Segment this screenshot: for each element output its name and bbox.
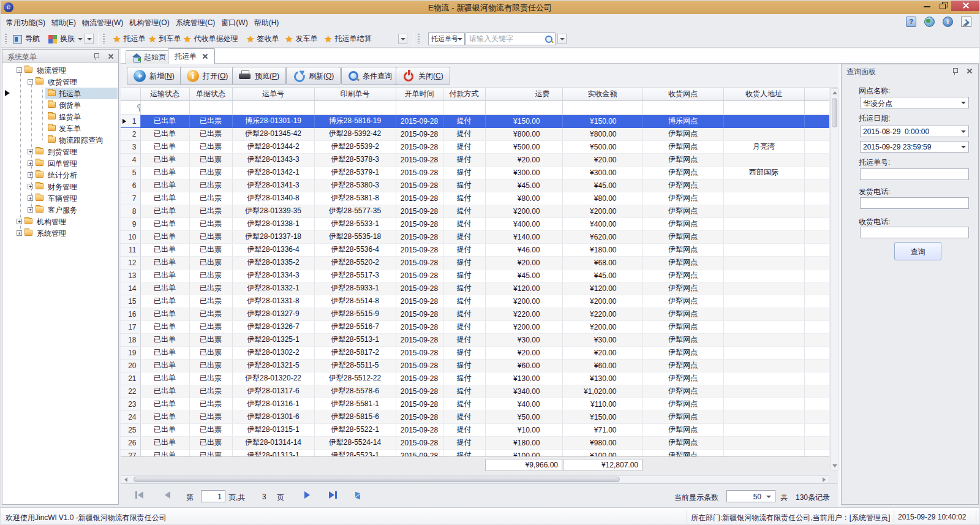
page-size-combo[interactable]: 50 <box>726 490 775 502</box>
filter-cell[interactable] <box>121 100 140 115</box>
sign-icon[interactable] <box>961 17 971 27</box>
search-dropdown-button[interactable] <box>557 34 567 44</box>
scroll-left-icon[interactable] <box>124 477 127 482</box>
filter-cell[interactable] <box>643 100 723 115</box>
next-page-button[interactable] <box>304 491 310 500</box>
collapse-icon[interactable]: - <box>28 79 33 85</box>
skin-button[interactable]: 换肤 <box>45 32 86 46</box>
menu-item-5[interactable]: 窗口(W) <box>218 14 251 30</box>
favorite-3[interactable]: ★签收单 <box>246 32 279 46</box>
table-row[interactable]: 11已出单已出票伊犁28-01336-4伊犁28-5536-42015-09-2… <box>121 243 829 256</box>
sidebar-item-物流管理[interactable]: -物流管理 <box>2 64 118 76</box>
expand-icon[interactable]: + <box>28 207 33 213</box>
tab-waybill[interactable]: 托运单 <box>168 48 215 64</box>
sidebar-item-物流跟踪查询[interactable]: 物流跟踪查询 <box>2 134 118 146</box>
date-to-combo[interactable]: 2015-09-29 23:59:59 <box>860 141 969 153</box>
expand-icon[interactable]: + <box>28 184 33 189</box>
sidebar-item-回单管理[interactable]: +回单管理 <box>2 157 118 169</box>
sidebar-item-机构管理[interactable]: +机构管理 <box>2 216 118 227</box>
favorite-2[interactable]: ★代收单据处理 <box>183 32 238 46</box>
favorites-overflow-button[interactable] <box>398 34 407 44</box>
table-row[interactable]: 20已出单已出票伊犁28-01321-5伊犁28-5511-52015-09-2… <box>121 359 829 372</box>
filter-cell[interactable] <box>562 100 643 115</box>
col-header-收货网点[interactable]: 收货网点 <box>643 88 723 100</box>
pin-icon[interactable] <box>952 67 958 75</box>
horizontal-scrollbar[interactable] <box>121 475 829 483</box>
col-header-开单时间[interactable]: 开单时间 <box>396 88 443 100</box>
col-header-运单号[interactable]: 运单号 <box>232 88 314 100</box>
collapse-icon[interactable]: - <box>17 67 22 73</box>
sidebar-item-托运单[interactable]: 托运单 <box>2 88 118 99</box>
tab-home[interactable]: 起始页 <box>126 50 173 64</box>
search-field-combo[interactable]: 托运单号 <box>428 32 465 45</box>
col-header-运费[interactable]: 运费 <box>485 88 562 100</box>
filter-cell[interactable] <box>804 100 829 115</box>
send-phone-input[interactable] <box>860 197 969 209</box>
toolbar-grip[interactable] <box>5 34 7 44</box>
query-button[interactable]: 查询 <box>894 242 941 260</box>
filter-cell[interactable] <box>396 100 443 115</box>
table-row[interactable]: 26已出单已出票伊犁28-01314-14伊犁28-5524-142015-09… <box>121 436 829 449</box>
hscroll-thumb[interactable] <box>134 477 620 482</box>
expand-icon[interactable]: + <box>28 172 33 178</box>
col-header-付款方式[interactable]: 付款方式 <box>443 88 485 100</box>
toolbar-overflow-button[interactable] <box>85 34 94 44</box>
table-row[interactable]: 13已出单已出票伊犁28-01334-3伊犁28-5517-32015-09-2… <box>121 269 829 282</box>
page-number-input[interactable]: 1 <box>201 490 225 502</box>
filter-cell[interactable] <box>314 100 396 115</box>
close-icon[interactable] <box>108 53 114 59</box>
globe-icon[interactable] <box>924 17 935 27</box>
filter-row[interactable] <box>121 100 829 115</box>
table-row[interactable]: 4已出单已出票伊犁28-01343-3伊犁28-5378-32015-09-28… <box>121 153 829 166</box>
action-刷新[interactable]: 刷新(Q) <box>286 67 341 85</box>
tab-close-icon[interactable] <box>202 53 208 59</box>
table-row[interactable]: 7已出单已出票伊犁28-01340-8伊犁28-5381-82015-09-28… <box>121 192 829 205</box>
table-row[interactable]: 17已出单已出票伊犁28-01326-7伊犁28-5516-72015-09-2… <box>121 320 829 333</box>
waybill-no-input[interactable] <box>860 168 969 180</box>
vertical-scrollbar[interactable] <box>831 88 839 470</box>
filter-cell[interactable] <box>232 100 314 115</box>
col-header-单据状态[interactable]: 单据状态 <box>189 88 232 100</box>
favorite-4[interactable]: ★发车单 <box>285 32 317 46</box>
table-row[interactable]: 8已出单已出票伊犁28-01339-35伊犁28-5577-352015-09-… <box>121 205 829 217</box>
filter-cell[interactable] <box>189 100 232 115</box>
table-row[interactable]: 14已出单已出票伊犁28-01332-1伊犁28-5933-12015-09-2… <box>121 282 829 295</box>
table-row[interactable]: 6已出单已出票伊犁28-01341-3伊犁28-5380-32015-09-28… <box>121 179 829 192</box>
favorite-1[interactable]: ★到车单 <box>148 32 181 46</box>
table-row[interactable]: 1已出单已出票博乐28-01301-19博乐28-5816-192015-09-… <box>121 115 829 127</box>
action-条件查询[interactable]: 条件查询 <box>341 67 399 85</box>
col-header-运输状态[interactable]: 运输状态 <box>140 88 189 100</box>
info-icon[interactable]: i <box>943 17 953 27</box>
sidebar-item-财务管理[interactable]: +财务管理 <box>2 181 118 192</box>
date-from-combo[interactable]: 2015-08-29 0:00:00 <box>860 126 969 137</box>
col-header-blank[interactable] <box>121 88 140 100</box>
menu-item-0[interactable]: 常用功能(S) <box>3 14 48 30</box>
sidebar-item-车辆管理[interactable]: +车辆管理 <box>2 192 118 204</box>
table-row[interactable]: 24已出单已出票伊犁28-01301-6伊犁28-5815-62015-09-2… <box>121 410 829 423</box>
favorite-5[interactable]: ★托运单结算 <box>324 32 371 46</box>
expand-icon[interactable]: + <box>28 149 33 154</box>
menu-item-4[interactable]: 系统管理(C) <box>173 14 219 30</box>
table-row[interactable]: 22已出单已出票伊犁28-01317-6伊犁28-5578-62015-09-2… <box>121 385 829 398</box>
recv-phone-input[interactable] <box>860 227 969 238</box>
scroll-up-icon[interactable] <box>832 91 837 94</box>
filter-cell[interactable] <box>140 100 189 115</box>
table-row[interactable]: 19已出单已出票伊犁28-01302-2伊犁28-5817-22015-09-2… <box>121 346 829 359</box>
help-book-icon[interactable]: ? <box>906 17 916 27</box>
site-name-combo[interactable]: 华凌分点 <box>860 97 969 108</box>
table-row[interactable]: 3已出单已出票伊犁28-01344-2伊犁28-5539-22015-09-28… <box>121 140 829 153</box>
scroll-right-icon[interactable] <box>823 477 826 482</box>
table-row[interactable]: 15已出单已出票伊犁28-01331-8伊犁28-5514-82015-09-2… <box>121 295 829 308</box>
action-打开[interactable]: i打开(O) <box>180 67 235 85</box>
nav-button[interactable]: 导航 <box>10 32 43 46</box>
menu-item-6[interactable]: 帮助(H) <box>251 14 282 30</box>
sidebar-item-统计分析[interactable]: +统计分析 <box>2 169 118 181</box>
table-row[interactable]: 21已出单已出票伊犁28-01320-22伊犁28-5512-222015-09… <box>121 372 829 385</box>
sidebar-item-发车单[interactable]: 发车单 <box>2 123 118 134</box>
filter-cell[interactable] <box>723 100 804 115</box>
table-row[interactable]: 18已出单已出票伊犁28-01325-1伊犁28-5513-12015-09-2… <box>121 333 829 346</box>
toolbar-grip[interactable] <box>418 34 420 44</box>
filter-cell[interactable] <box>485 100 562 115</box>
sidebar-item-提货单[interactable]: 提货单 <box>2 111 118 123</box>
table-row[interactable]: 2已出单已出票伊犁28-01345-42伊犁28-5392-422015-09-… <box>121 127 829 140</box>
